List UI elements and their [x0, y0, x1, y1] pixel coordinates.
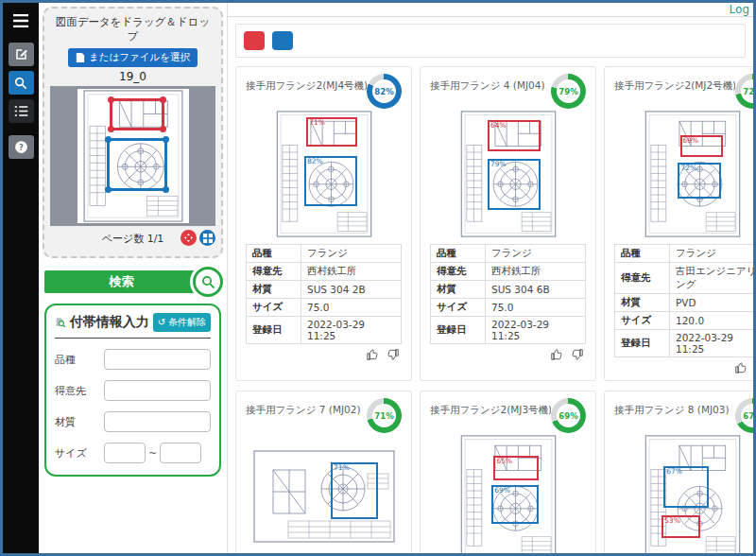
meta-value: 西村鉄工所	[486, 263, 586, 281]
thumb-up-icon[interactable]	[734, 361, 747, 374]
field-label-size: サイズ	[55, 446, 104, 460]
thumb-down-icon[interactable]	[387, 348, 400, 361]
metadata-table: 品種フランジ 得意先西村鉄工所 材質SUS 304 6B サイズ75.0 登録日…	[430, 244, 586, 344]
help-icon[interactable]: ?	[9, 135, 34, 159]
query-box-blue[interactable]	[107, 138, 168, 191]
page-count-label: ページ数 1/1	[102, 233, 164, 245]
match-box: 65%	[493, 456, 539, 480]
product-type-input[interactable]	[104, 349, 211, 370]
file-select-button[interactable]: またはファイルを選択	[68, 48, 198, 67]
meta-value: PVD	[670, 294, 754, 312]
red-query-filter-button[interactable]	[244, 31, 265, 50]
meta-value: フランジ	[670, 245, 754, 263]
meta-value: フランジ	[301, 245, 402, 263]
search-icon[interactable]	[9, 71, 34, 95]
search-submit-icon[interactable]	[193, 267, 223, 297]
table-row: 材質SUS 304 6B	[431, 281, 586, 299]
result-card[interactable]: 接手用フランジ 7 (MJ02) 71% 71% 品種フランジ 得意先西村鉄工所…	[235, 391, 412, 553]
size-min-input[interactable]	[104, 443, 146, 463]
material-input[interactable]	[104, 411, 211, 432]
similarity-percent: 79%	[558, 87, 577, 96]
match-box: 71%	[306, 117, 357, 147]
query-panel: 図面データをドラッグ＆ドロップ またはファイルを選択 19_0 ページ数 1/1	[39, 3, 228, 553]
meta-label: 登録日	[615, 330, 670, 357]
table-row: 得意先吉田エンジニアリング	[615, 263, 754, 294]
result-card[interactable]: 接手用フランジ 4 (MJ04) 79% 64%79% 品種フランジ 得意先西村…	[420, 66, 596, 381]
list-icon[interactable]	[9, 99, 34, 123]
query-box-red[interactable]	[110, 98, 164, 130]
meta-label: 材質	[431, 281, 486, 299]
blue-query-filter-button[interactable]	[272, 31, 293, 50]
meta-value: 吉田エンジニアリング	[670, 263, 754, 294]
metadata-table: 品種フランジ 得意先西村鉄工所 材質SUS 304 2B サイズ75.0 登録日…	[246, 244, 402, 344]
meta-value: 2022-03-29 11:25	[301, 317, 402, 344]
range-separator: ~	[148, 447, 157, 460]
logout-link[interactable]: Log	[730, 3, 749, 16]
similarity-donut: 67%	[735, 398, 753, 433]
top-bar: Log	[228, 3, 753, 17]
edit-icon[interactable]	[9, 43, 34, 66]
table-row: 材質PVD	[615, 294, 754, 312]
feedback-row	[246, 344, 402, 361]
customer-input[interactable]	[104, 380, 211, 401]
similarity-donut: 69%	[551, 398, 586, 433]
table-row: 登録日2022-03-29 11:25	[247, 317, 402, 344]
thumb-up-icon[interactable]	[366, 348, 379, 361]
feedback-row	[614, 357, 753, 374]
thumb-up-icon[interactable]	[550, 348, 563, 361]
card-title: 接手用フランジ 4 (MJ04)	[430, 74, 545, 93]
filter-panel: 付帯情報入力 ↺ 条件解除 品種 得意先 材質 サイズ	[44, 304, 221, 477]
meta-value: フランジ	[486, 245, 586, 263]
svg-text:?: ?	[19, 143, 24, 152]
match-box: 53%	[662, 515, 700, 538]
similarity-percent: 82%	[374, 87, 393, 96]
filter-panel-title: 付帯情報入力	[70, 314, 149, 331]
result-card[interactable]: 接手用フランジ2(MJ4号機) 82% 71%82% 品種フランジ 得意先西村鉄…	[235, 66, 412, 381]
table-row: 得意先西村鉄工所	[247, 263, 402, 281]
drawing-thumbnail[interactable]: 69%72%	[642, 110, 744, 238]
table-row: 登録日2022-03-29 11:25	[431, 317, 586, 344]
card-title: 接手用フランジ 7 (MJ02)	[246, 398, 361, 417]
dropzone[interactable]: 図面データをドラッグ＆ドロップ またはファイルを選択 19_0 ページ数 1/1	[43, 7, 223, 258]
table-row: 品種フランジ	[615, 245, 754, 263]
grid-view-icon[interactable]	[199, 230, 215, 246]
meta-value: 75.0	[486, 299, 586, 317]
drawing-thumbnail[interactable]: 71%	[252, 449, 396, 544]
uploaded-filename: 19_0	[50, 70, 215, 83]
result-card[interactable]: 接手用フランジ2(MJ2号機) 72% 69%72% 品種フランジ 得意先吉田エ…	[604, 66, 753, 381]
card-title: 接手用フランジ2(MJ2号機)	[614, 74, 735, 93]
file-icon	[76, 52, 85, 63]
feedback-row	[430, 344, 586, 361]
drawing-thumbnail[interactable]: 64%79%	[457, 110, 559, 238]
card-title: 接手用フランジ2(MJ3号機)	[430, 398, 551, 417]
match-box: 72%	[678, 163, 720, 199]
undo-icon: ↺	[158, 317, 165, 327]
result-card[interactable]: 接手用フランジ2(MJ3号機) 69% 65%69% 品種フランジ 得意先井川製…	[420, 391, 596, 553]
drawing-thumbnail[interactable]: 65%69%	[457, 434, 559, 553]
match-box: 67%	[663, 466, 709, 508]
similarity-donut: 72%	[735, 74, 753, 109]
meta-label: 登録日	[431, 317, 486, 344]
result-card[interactable]: 接手用フランジ 8 (MJ03) 67% 67%53% 品種フランジ 得意先SA…	[604, 391, 753, 553]
meta-label: 登録日	[247, 317, 301, 344]
expand-icon[interactable]	[180, 230, 197, 246]
meta-value: SUS 304 6B	[486, 281, 586, 299]
document-search-icon	[55, 313, 66, 332]
meta-value: SUS 304 2B	[301, 281, 402, 299]
card-title: 接手用フランジ2(MJ4号機)	[246, 74, 367, 93]
drawing-thumbnail[interactable]: 71%82%	[273, 110, 375, 238]
thumb-down-icon[interactable]	[571, 348, 584, 361]
clear-conditions-button[interactable]: ↺ 条件解除	[153, 313, 211, 332]
meta-label: サイズ	[247, 299, 301, 317]
similarity-percent: 71%	[374, 411, 393, 421]
menu-icon[interactable]	[9, 9, 34, 32]
main-area: Log 接手用フランジ2(MJ4号機) 82% 71%82% 品種フランジ 得意…	[228, 3, 753, 553]
match-box: 79%	[488, 159, 541, 210]
meta-value: 2022-03-29 11:25	[670, 330, 754, 357]
meta-value: 2022-03-29 11:25	[486, 317, 586, 344]
search-button[interactable]: 検索	[44, 270, 198, 293]
field-label-customer: 得意先	[55, 384, 104, 398]
drawing-thumbnail[interactable]: 67%53%	[642, 434, 744, 553]
size-max-input[interactable]	[160, 443, 201, 463]
meta-label: 材質	[247, 281, 301, 299]
